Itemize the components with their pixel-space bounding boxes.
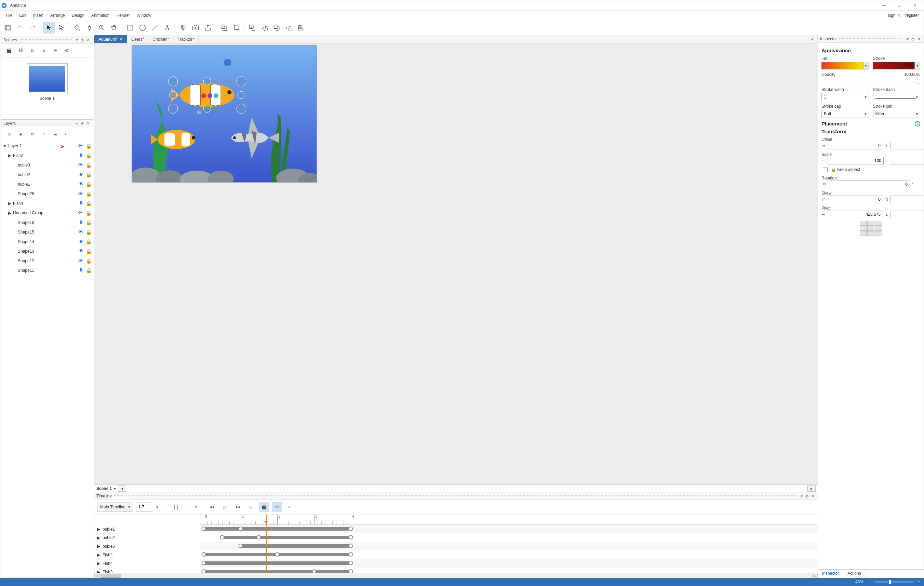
keyframe[interactable] [349, 552, 353, 556]
stroke-width-select[interactable]: 1▾ [822, 93, 869, 101]
hscroll-right[interactable]: ▸ [807, 485, 816, 492]
menu-edit[interactable]: Edit [16, 12, 30, 19]
lock-icon[interactable]: 🔒 [86, 153, 92, 158]
keyframe[interactable] [202, 561, 206, 565]
visibility-icon[interactable]: 👁 [78, 200, 84, 206]
menu-insert[interactable]: Insert [30, 12, 47, 19]
keyframe[interactable] [238, 544, 243, 548]
menu-design[interactable]: Design [68, 12, 88, 19]
layer-row[interactable]: Shape26👁🔒 [2, 189, 93, 199]
anchor-grid[interactable] [860, 221, 882, 236]
zoom-tool[interactable] [96, 22, 108, 33]
layer-row[interactable]: ▶Fish2👁🔒 [2, 151, 93, 160]
lock-icon[interactable]: 🔒 [86, 210, 92, 216]
lock-icon[interactable]: 🔒 [86, 229, 92, 235]
pan-tool[interactable] [108, 22, 120, 33]
visibility-icon[interactable]: 👁 [78, 172, 84, 178]
visibility-icon[interactable]: 👁 [78, 258, 84, 264]
skew-y-input[interactable] [891, 196, 924, 203]
direct-select-tool[interactable] [55, 22, 67, 33]
scale-x-input[interactable] [828, 157, 884, 165]
document-tab[interactable]: Chicken* [148, 35, 173, 43]
visibility-icon[interactable]: 👁 [78, 181, 84, 187]
layer-row[interactable]: ▼Layer 1👁🔒 [2, 141, 93, 151]
lock-icon[interactable]: 🔒 [86, 182, 92, 187]
stroke-join-select[interactable]: Miter▾ [873, 110, 921, 118]
track-row[interactable] [200, 533, 818, 542]
lock-icon[interactable]: 🔒 [86, 162, 92, 168]
timeline-hscroll[interactable]: ◂▸ [94, 573, 818, 578]
keyframe[interactable] [257, 535, 261, 540]
stroke-cap-select[interactable]: Butt▾ [822, 110, 869, 118]
fill-swatch[interactable]: ▾ [822, 62, 869, 69]
hscroll-left[interactable]: ◂ [118, 485, 126, 492]
visibility-icon[interactable]: 👁 [78, 248, 84, 254]
close-button[interactable]: ✕ [907, 0, 923, 11]
visibility-icon[interactable]: 👁 [78, 152, 84, 158]
clapper-icon[interactable]: 🎬 [259, 502, 269, 512]
lock-icon[interactable]: 🔒 [86, 220, 92, 225]
layer-row[interactable]: ▶Fish4👁🔒 [2, 199, 93, 208]
redo-button[interactable] [27, 22, 39, 33]
timeline-select[interactable]: Main Timeline▾ [97, 503, 133, 512]
keyframe[interactable] [349, 527, 353, 531]
keyframe[interactable] [349, 535, 353, 540]
magnet-tool[interactable] [177, 22, 189, 33]
visibility-icon[interactable]: 👁 [78, 210, 84, 216]
panel-pin-icon[interactable]: ⬘ [910, 36, 916, 41]
save-button[interactable] [2, 22, 14, 33]
layer-row[interactable]: buble1👁🔒 [2, 180, 93, 189]
info-icon[interactable]: i [915, 121, 920, 127]
panel-dropdown-icon[interactable]: ▾ [75, 38, 79, 42]
keyframe[interactable] [220, 535, 224, 540]
actions-tab[interactable]: Actions [843, 569, 865, 578]
line-tool[interactable] [149, 22, 161, 33]
inspector-tab[interactable]: Inspector [818, 569, 843, 578]
zoom-out-button[interactable]: − [868, 579, 871, 584]
visibility-icon[interactable]: 👁 [78, 239, 84, 245]
add-layer-icon[interactable]: ◇ [4, 129, 14, 139]
reorder-layer-icon[interactable]: ≣ [51, 129, 60, 139]
layer-row[interactable]: Shape12👁🔒 [2, 256, 93, 266]
keyframe[interactable] [238, 527, 243, 531]
keep-aspect-checkbox[interactable] [823, 168, 828, 172]
add-keyframe-icon[interactable]: ✦ [191, 502, 201, 512]
track-name-row[interactable]: ▶buble3 [94, 542, 200, 550]
scale-y-input[interactable] [890, 157, 924, 165]
lock-icon[interactable]: 🔒 [86, 268, 92, 273]
panel-close-icon[interactable]: ✕ [810, 494, 816, 499]
minimize-button[interactable]: — [876, 0, 891, 11]
add-scene-icon[interactable]: 🎬 [4, 46, 14, 55]
keyframe[interactable] [202, 552, 206, 556]
ellipse-tool[interactable] [137, 22, 148, 33]
intersect-tool[interactable] [271, 22, 283, 33]
maximize-button[interactable]: ☐ [891, 0, 907, 11]
visibility-icon[interactable]: 👁 [78, 162, 84, 168]
panel-close-icon[interactable]: ✕ [86, 121, 91, 126]
zoom-out-icon[interactable]: ⊖ [246, 502, 256, 512]
lock-icon[interactable]: 🔒 [86, 239, 92, 244]
loop-icon[interactable]: ⟲ [272, 502, 282, 512]
visibility-icon[interactable]: 👁 [78, 143, 84, 149]
track-name-row[interactable]: ▶Fish3 [94, 568, 200, 573]
play-icon[interactable]: ▷ [220, 502, 230, 512]
track-row[interactable] [200, 542, 818, 550]
skew-x-input[interactable] [827, 196, 883, 203]
canvas-area[interactable] [94, 43, 818, 484]
rect-tool[interactable] [124, 22, 136, 33]
panel-close-icon[interactable]: ✕ [916, 36, 922, 41]
opacity-slider[interactable] [822, 78, 920, 84]
merge-layer-icon[interactable]: ≡ [39, 129, 49, 139]
layer-row[interactable]: Shape15👁🔒 [2, 227, 93, 237]
tag-layer-icon[interactable]: 🏷 [62, 129, 72, 139]
panel-dropdown-icon[interactable]: ▾ [75, 121, 79, 126]
track-name-row[interactable]: ▶buble2 [94, 533, 200, 542]
select-tool[interactable] [43, 22, 55, 33]
visibility-icon[interactable]: 👁 [78, 267, 84, 274]
stroke-dash-select[interactable]: ▾ [873, 93, 921, 101]
menu-file[interactable]: File [2, 12, 16, 19]
track-row[interactable] [200, 568, 818, 573]
menu-window[interactable]: Window [133, 12, 155, 19]
union-tool[interactable] [246, 22, 258, 33]
fill-tool[interactable] [71, 22, 83, 33]
